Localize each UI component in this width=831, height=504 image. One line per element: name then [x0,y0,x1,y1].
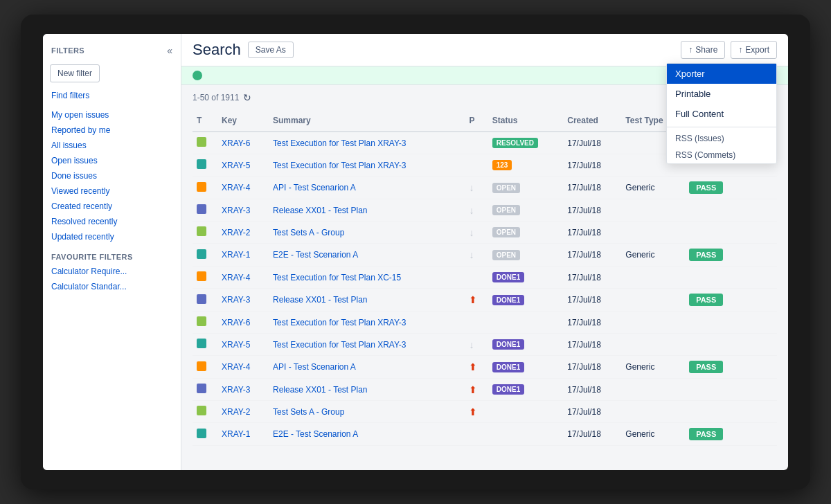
dropdown-item-xporter[interactable]: Xporter [667,64,776,84]
created-date: 17/Jul/18 [563,222,621,244]
issue-summary-link[interactable]: E2E - Test Scenarion A [273,250,358,260]
issue-summary-link[interactable]: Test Sets A - Group [273,228,344,237]
test-run-status-badge: PASS [689,428,723,440]
dropdown-item-printable[interactable]: Printable [667,84,776,104]
main-content: Search Save As ↑ Share ↑ Export XporterP… [181,34,788,470]
sidebar-item-done-issues[interactable]: Done issues [43,168,181,183]
issue-key-link[interactable]: XRAY-2 [222,228,250,237]
type-icon [197,316,206,326]
issue-summary-link[interactable]: Test Execution for Test Plan XRAY-3 [273,161,406,170]
table-row: XRAY-4API - Test Scenarion A↓OPEN17/Jul/… [193,177,777,199]
sidebar-item-open-issues[interactable]: Open issues [43,153,181,168]
issue-key-link[interactable]: XRAY-6 [222,318,250,327]
issue-key-link[interactable]: XRAY-1 [222,250,250,260]
issue-summary-link[interactable]: Test Execution for Test Plan XC-15 [273,273,401,282]
issue-summary-link[interactable]: Release XX01 - Test Plan [273,295,368,305]
sidebar-item-created-recently[interactable]: Created recently [43,199,181,214]
favourite-filters-title: FAVOURITE FILTERS [43,244,181,264]
status-badge: OPEN [492,250,520,260]
device-frame: FILTERS « New filter Find filters My ope… [21,15,810,489]
dropdown-item-rss-issues[interactable]: RSS (Issues) [667,130,776,147]
issue-key-link[interactable]: XRAY-4 [222,362,250,372]
status-badge: DONE1 [492,295,524,305]
issue-summary-link[interactable]: Release XX01 - Test Plan [273,385,368,395]
type-icon [197,406,206,415]
table-row: XRAY-2Test Sets A - Group↓OPEN17/Jul/18 [193,222,777,244]
issue-summary-link[interactable]: E2E - Test Scenarion A [273,429,358,439]
issue-summary-link[interactable]: Test Execution for Test Plan XRAY-3 [273,138,406,148]
issue-summary-link[interactable]: Release XX01 - Test Plan [273,206,368,215]
sidebar-item-my-open-issues[interactable]: My open issues [43,107,181,123]
sidebar-item-resolved-recently[interactable]: Resolved recently [43,214,181,229]
table-row: XRAY-6Test Execution for Test Plan XRAY-… [193,312,777,334]
share-icon: ↑ [688,45,692,55]
type-icon [197,249,206,259]
issue-key-link[interactable]: XRAY-4 [222,183,250,192]
share-button[interactable]: ↑ Share [681,41,725,59]
table-row: XRAY-4Test Execution for Test Plan XC-15… [193,267,777,289]
type-icon [197,226,206,236]
test-type [621,401,685,423]
status-indicator [193,71,202,80]
status-badge: 123 [492,160,512,170]
test-run-status-badge: PASS [689,361,723,373]
issue-summary-link[interactable]: Test Sets A - Group [273,407,344,417]
issue-summary-link[interactable]: Test Execution for Test Plan XRAY-3 [273,318,406,327]
sidebar-item-viewed-recently[interactable]: Viewed recently [43,183,181,199]
issue-key-link[interactable]: XRAY-3 [222,385,250,395]
priority-icon: ↓ [469,249,474,260]
test-type: Generic [621,244,685,267]
table-body: XRAY-6Test Execution for Test Plan XRAY-… [193,132,777,446]
issue-summary-link[interactable]: API - Test Scenarion A [273,362,356,372]
test-type: Generic [621,177,685,199]
sidebar-item-all-issues[interactable]: All issues [43,138,181,153]
find-filters-link[interactable]: Find filters [43,89,181,107]
issue-key-link[interactable]: XRAY-2 [222,407,250,417]
type-icon [197,384,206,393]
test-type: Generic [621,356,685,379]
type-icon [197,204,206,214]
sidebar-item-updated-recently[interactable]: Updated recently [43,229,181,244]
results-count: 1-50 of 1911 [193,93,239,102]
dropdown-item-rss-comments[interactable]: RSS (Commets) [667,147,776,163]
test-run-status-badge: PASS [689,294,723,306]
sidebar-collapse-button[interactable]: « [167,45,172,56]
priority-icon: ⬆ [469,406,477,417]
issue-key-link[interactable]: XRAY-3 [222,206,250,215]
top-bar-actions: ↑ Share ↑ Export XporterPrintableFull Co… [681,41,777,59]
status-badge: OPEN [492,227,520,237]
sidebar-links: My open issuesReported by meAll issuesOp… [43,107,181,244]
test-type: Generic [621,423,685,446]
priority-icon: ⬆ [469,384,477,395]
test-type [621,222,685,244]
favourite-item-calc-standard[interactable]: Calculator Standar... [43,279,181,294]
priority-icon: ↓ [469,227,474,238]
type-icon [197,339,206,348]
issue-key-link[interactable]: XRAY-1 [222,429,250,439]
new-filter-button[interactable]: New filter [50,64,100,82]
share-label: Share [695,45,717,55]
created-date: 17/Jul/18 [563,199,621,222]
save-as-button[interactable]: Save As [248,42,294,58]
issue-summary-link[interactable]: API - Test Scenarion A [273,183,356,192]
favourite-item-calc-require[interactable]: Calculator Require... [43,264,181,279]
export-icon: ↑ [738,45,742,55]
table-row: XRAY-1E2E - Test Scenarion A↓OPEN17/Jul/… [193,244,777,267]
dropdown-item-full-content[interactable]: Full Content [667,104,776,124]
issue-key-link[interactable]: XRAY-5 [222,340,250,350]
export-button[interactable]: ↑ Export [731,41,777,59]
test-run-status-badge: PASS [689,181,723,194]
sidebar-item-reported-by-me[interactable]: Reported by me [43,123,181,138]
col-header-created: Created [563,110,621,132]
type-icon [197,294,206,304]
issue-key-link[interactable]: XRAY-3 [222,295,250,305]
type-icon [197,361,206,371]
issue-key-link[interactable]: XRAY-4 [222,273,250,282]
issue-key-link[interactable]: XRAY-6 [222,138,250,148]
issue-key-link[interactable]: XRAY-5 [222,161,250,170]
sidebar: FILTERS « New filter Find filters My ope… [43,34,181,470]
issue-summary-link[interactable]: Test Execution for Test Plan XRAY-3 [273,340,406,350]
test-type [621,199,685,222]
status-badge: RESOLVED [492,138,538,148]
refresh-icon[interactable]: ↻ [243,92,251,103]
